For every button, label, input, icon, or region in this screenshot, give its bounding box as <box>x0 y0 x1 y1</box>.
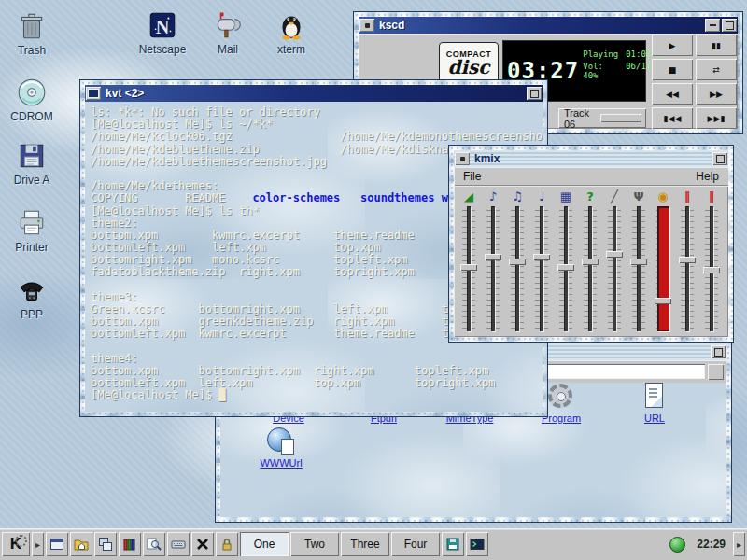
desktop[interactable]: Trash CDROM Drive A Printer PPP N Netsca… <box>0 0 747 560</box>
volume-slider-speaker[interactable] <box>579 204 601 334</box>
volume-slider-bass[interactable] <box>482 204 504 334</box>
terminal-app-icon <box>88 89 99 98</box>
desktop-icon-ppp[interactable]: PPP <box>7 274 56 321</box>
desktop-icon-printer[interactable]: Printer <box>7 207 56 254</box>
kde-logo-button[interactable] <box>708 364 724 380</box>
slider-handle[interactable] <box>630 259 647 265</box>
track-selector[interactable]: Track 06 <box>558 108 646 128</box>
panel-status-icon[interactable] <box>669 537 685 553</box>
maximize-button[interactable] <box>711 345 726 358</box>
lock-screen-icon[interactable] <box>216 532 238 556</box>
gear-icon <box>545 383 577 411</box>
slider-handle[interactable] <box>703 267 720 273</box>
volume-slider-line[interactable] <box>603 204 626 334</box>
pager-desktop-three[interactable]: Three <box>341 532 389 556</box>
slider-handle[interactable] <box>557 264 574 271</box>
slider-handle[interactable] <box>533 254 550 260</box>
desktop-icon-label: Netscape <box>139 43 187 56</box>
penguin-icon <box>275 9 307 41</box>
desktop-icon-netscape[interactable]: N Netscape <box>138 9 187 56</box>
volume-slider-cd[interactable] <box>652 204 674 334</box>
slider-handle[interactable] <box>655 298 671 304</box>
cdrom-icon <box>16 77 48 108</box>
window-menu-button[interactable] <box>455 152 470 165</box>
volume-slider-volume[interactable] <box>458 204 480 334</box>
kfm-item-label[interactable]: URL <box>626 413 684 424</box>
slider-handle[interactable] <box>509 259 526 265</box>
pause-button[interactable]: ▮▮ <box>696 35 737 56</box>
keyboard-icon[interactable] <box>167 532 190 556</box>
volume-slider-treble[interactable] <box>506 204 529 334</box>
rec-right-channel-icon: ‖ <box>709 189 715 204</box>
kmix-menubar: File Help <box>454 167 728 186</box>
exit-x-icon[interactable] <box>191 532 214 556</box>
pager-desktop-four[interactable]: Four <box>391 532 440 556</box>
menu-help[interactable]: Help <box>686 170 728 183</box>
desktop-icon-label: PPP <box>21 308 43 321</box>
disk-tool-icon[interactable] <box>442 532 464 556</box>
maximize-button[interactable] <box>712 152 727 165</box>
minimize-button[interactable] <box>705 19 720 32</box>
panel-arrow-button[interactable]: ▸ <box>32 532 44 556</box>
desktop-icon-trash[interactable]: Trash <box>7 10 56 57</box>
find-files-icon[interactable] <box>143 532 165 556</box>
window-stack-icon[interactable] <box>94 532 117 556</box>
next-track-button[interactable]: ▶▶▮ <box>696 107 737 129</box>
slider-handle[interactable] <box>679 257 696 263</box>
panel-hide-button[interactable]: ▸ <box>733 532 745 556</box>
volume-slider-rec-right[interactable] <box>700 204 723 334</box>
www-globe-icon <box>265 427 297 455</box>
volume-slider-rec-left[interactable] <box>676 204 698 334</box>
window-menu-button[interactable] <box>86 87 101 100</box>
url-doc-icon <box>639 383 670 411</box>
volume-slider-pcm[interactable] <box>555 204 577 334</box>
window-list-icon[interactable] <box>46 532 68 556</box>
pager-desktop-one[interactable]: One <box>240 532 289 556</box>
previous-track-button[interactable]: ▮◀◀ <box>652 107 693 129</box>
stop-button[interactable]: ■ <box>652 59 693 80</box>
slider-handle[interactable] <box>582 259 599 265</box>
kmix-channels: ◢♪♫♩▦?╱Ψ◉‖‖ <box>454 186 728 337</box>
maximize-button[interactable] <box>722 19 737 32</box>
kfm-item-label[interactable]: WWWUrl <box>252 457 310 469</box>
terminal-icon[interactable] <box>466 532 488 556</box>
volume-slider-synth[interactable] <box>530 204 553 334</box>
desktop-icon-cdrom[interactable]: CDROM <box>7 77 56 123</box>
menu-file[interactable]: File <box>454 170 490 183</box>
loop-button[interactable]: ⇄ <box>696 59 737 80</box>
maximize-button[interactable] <box>527 87 542 100</box>
mixer-channel-pcm: ▦ <box>555 189 577 334</box>
rewind-button[interactable]: ◀◀ <box>652 83 693 105</box>
bass-channel-icon: ♪ <box>489 189 497 204</box>
volume-channel-icon: ◢ <box>464 189 473 204</box>
kscd-titlebar[interactable]: kscd <box>359 17 738 34</box>
desktop-icon-label: xterm <box>277 43 305 56</box>
treble-channel-icon: ♫ <box>512 189 523 204</box>
kfm-item-wwwurl[interactable]: WWWUrl <box>252 427 310 469</box>
slider-handle[interactable] <box>460 264 477 271</box>
slider-handle[interactable] <box>485 254 501 260</box>
kfm-item-url[interactable]: URL <box>626 383 684 424</box>
desktop-icon-label: Trash <box>18 44 46 57</box>
volume-slider-mic[interactable] <box>627 204 650 334</box>
line-channel-icon: ╱ <box>611 189 618 204</box>
desktop-icon-mail[interactable]: Mail <box>204 9 252 56</box>
k-menu-button[interactable]: K <box>2 532 30 556</box>
kvt-titlebar[interactable]: kvt <2> <box>85 85 543 102</box>
mixer-channel-treble: ♫ <box>506 189 529 334</box>
forward-button[interactable]: ▶▶ <box>696 83 737 105</box>
home-folder-icon[interactable] <box>70 532 92 556</box>
mailbox-icon <box>212 9 244 41</box>
slider-handle[interactable] <box>606 251 623 258</box>
pager-desktop-two[interactable]: Two <box>290 532 339 556</box>
kmix-titlebar[interactable]: kmix <box>454 150 728 167</box>
netscape-icon: N <box>147 9 178 41</box>
books-icon[interactable] <box>119 532 141 556</box>
desktop-icon-xterm[interactable]: xterm <box>267 9 316 56</box>
desktop-icon-drive-a[interactable]: Drive A <box>7 140 56 187</box>
trash-icon <box>16 10 48 42</box>
volume-readout: Vol: 40% <box>583 62 618 80</box>
kscd-buttons: ▶ ▮▮ ■ ⇄ ◀◀ ▶▶ ▮◀◀ ▶▶▮ <box>652 35 737 129</box>
window-menu-button[interactable] <box>359 19 374 32</box>
play-button[interactable]: ▶ <box>652 35 693 56</box>
